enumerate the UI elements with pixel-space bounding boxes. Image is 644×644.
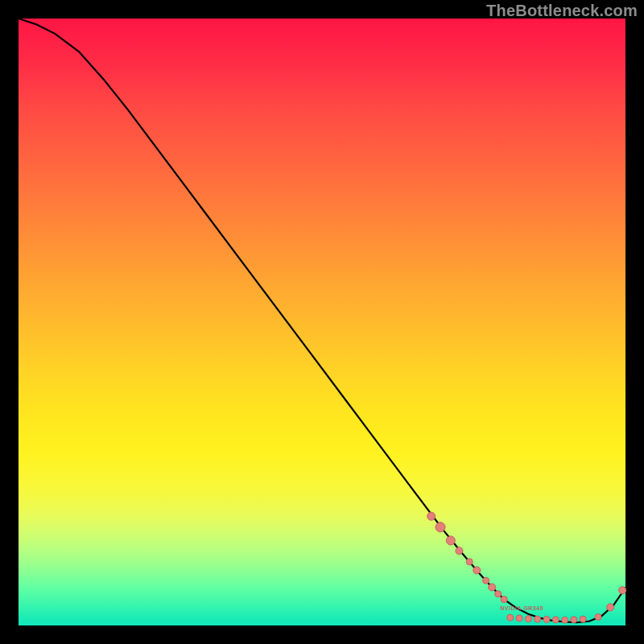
gpu-marker bbox=[495, 591, 502, 597]
gpu-marker bbox=[607, 604, 614, 611]
gpu-marker bbox=[489, 584, 496, 591]
gpu-marker bbox=[427, 512, 436, 520]
gpu-marker bbox=[595, 613, 601, 620]
gpu-marker bbox=[571, 617, 577, 623]
chart-overlay bbox=[19, 19, 625, 625]
gpu-marker bbox=[562, 617, 568, 623]
gpu-marker bbox=[466, 559, 473, 565]
gpu-marker bbox=[552, 617, 559, 623]
bottleneck-curve bbox=[19, 19, 625, 622]
gpu-marker bbox=[619, 587, 626, 594]
gpu-marker bbox=[543, 616, 550, 622]
watermark-text: TheBottleneck.com bbox=[486, 2, 638, 20]
gpu-label: NVIDIA GR340 bbox=[500, 605, 543, 611]
gpu-marker bbox=[516, 615, 522, 621]
gpu-marker bbox=[507, 614, 514, 621]
gpu-marker bbox=[436, 522, 445, 532]
gpu-marker bbox=[473, 567, 481, 574]
gpu-marker bbox=[483, 577, 489, 584]
gpu-marker bbox=[446, 536, 455, 545]
chart-frame: NVIDIA GR340 TheBottleneck.com bbox=[0, 0, 644, 644]
gpu-marker bbox=[501, 597, 507, 603]
gpu-marker bbox=[525, 616, 531, 622]
gpu-marker bbox=[580, 616, 586, 622]
gpu-marker bbox=[456, 547, 463, 555]
gpu-marker bbox=[535, 616, 541, 622]
